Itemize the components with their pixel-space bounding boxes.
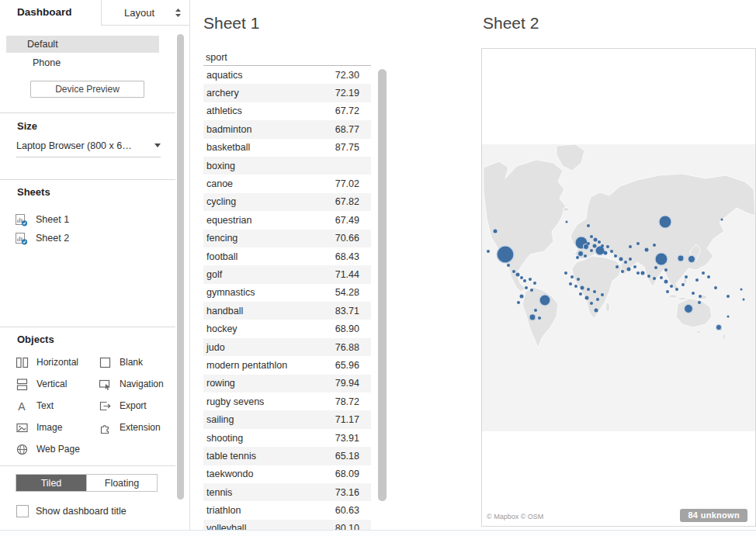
- map-mark[interactable]: [578, 251, 584, 257]
- map-mark[interactable]: [627, 268, 631, 271]
- map-mark[interactable]: [629, 245, 632, 248]
- map-mark[interactable]: [636, 242, 640, 245]
- map-mark[interactable]: [743, 299, 745, 301]
- map-mark[interactable]: [598, 240, 601, 244]
- sidebar-item-sheet2[interactable]: Sheet 2: [16, 230, 69, 246]
- sidebar-scrollbar[interactable]: [177, 28, 184, 524]
- map-mark[interactable]: [538, 316, 541, 320]
- map-mark[interactable]: [507, 264, 510, 267]
- map-mark[interactable]: [685, 305, 693, 313]
- map-mark[interactable]: [595, 246, 605, 255]
- device-mode-phone[interactable]: Phone: [6, 54, 159, 71]
- map-mark[interactable]: [659, 216, 671, 228]
- map-mark[interactable]: [594, 238, 598, 242]
- map-mark[interactable]: [587, 242, 590, 245]
- map-mark[interactable]: [534, 309, 537, 312]
- map-mark[interactable]: [529, 314, 536, 320]
- table-row[interactable]: taekwondo68.09: [203, 465, 371, 483]
- table-row[interactable]: archery72.19: [203, 84, 371, 102]
- table-row[interactable]: handball83.71: [203, 302, 371, 320]
- map-mark[interactable]: [698, 301, 701, 304]
- map-mark[interactable]: [647, 275, 650, 278]
- table-row[interactable]: gymnastics54.28: [203, 284, 371, 302]
- sidebar-item-sheet1[interactable]: Sheet 1: [16, 212, 69, 227]
- map-mark[interactable]: [525, 286, 528, 289]
- device-preview-button[interactable]: Device Preview: [30, 81, 144, 98]
- map-mark[interactable]: [616, 265, 619, 268]
- table-row[interactable]: tennis73.16: [203, 483, 371, 501]
- sidebar-scrollbar-thumb[interactable]: [177, 34, 184, 500]
- table-row[interactable]: sailing71.17: [203, 410, 371, 428]
- object-blank[interactable]: Blank: [99, 355, 143, 369]
- table-row[interactable]: golf71.44: [203, 265, 371, 283]
- world-map[interactable]: [482, 144, 755, 431]
- table-row[interactable]: rowing79.94: [203, 375, 371, 392]
- map-mark[interactable]: [517, 301, 520, 304]
- table-row[interactable]: badminton68.77: [203, 120, 371, 138]
- map-mark[interactable]: [566, 221, 568, 223]
- map-mark[interactable]: [569, 282, 572, 285]
- map-mark[interactable]: [685, 275, 688, 278]
- object-extension[interactable]: Extension: [99, 420, 161, 434]
- map-mark[interactable]: [614, 254, 617, 258]
- collapse-expand-icon[interactable]: [175, 9, 181, 17]
- map-mark[interactable]: [641, 271, 645, 275]
- map-mark[interactable]: [624, 261, 627, 264]
- map-mark[interactable]: [621, 270, 624, 273]
- map-mark[interactable]: [654, 266, 657, 269]
- sheet1-scrollbar[interactable]: [378, 69, 387, 501]
- tiled-button[interactable]: Tiled: [16, 475, 86, 491]
- object-horizontal[interactable]: Horizontal: [16, 355, 78, 369]
- map-mark[interactable]: [576, 256, 579, 259]
- map-mark[interactable]: [727, 295, 730, 298]
- map-mark[interactable]: [699, 295, 702, 298]
- map-mark[interactable]: [539, 295, 550, 306]
- show-dashboard-title-checkbox[interactable]: [16, 505, 29, 517]
- unknown-values-badge[interactable]: 84 unknown: [680, 509, 747, 522]
- map-mark[interactable]: [664, 280, 668, 284]
- table-row[interactable]: fencing70.66: [203, 230, 371, 247]
- map-mark[interactable]: [520, 295, 524, 299]
- map-mark[interactable]: [670, 285, 673, 288]
- map-mark[interactable]: [645, 248, 649, 252]
- map-mark[interactable]: [529, 278, 532, 281]
- map-mark[interactable]: [716, 325, 722, 330]
- table-row[interactable]: triathlon60.63: [203, 501, 371, 519]
- map-mark[interactable]: [590, 249, 593, 252]
- table-row[interactable]: judo76.88: [203, 338, 371, 356]
- map-mark[interactable]: [512, 270, 515, 273]
- table-row[interactable]: equestrian67.49: [203, 211, 371, 229]
- tab-dashboard[interactable]: Dashboard: [17, 6, 72, 18]
- map-mark[interactable]: [727, 316, 730, 318]
- map-mark[interactable]: [497, 246, 514, 263]
- map-mark[interactable]: [681, 283, 685, 286]
- map-mark[interactable]: [714, 286, 717, 289]
- panel-splitter[interactable]: [189, 0, 190, 530]
- table-row[interactable]: hockey68.90: [203, 320, 371, 337]
- object-export[interactable]: Export: [99, 399, 147, 413]
- sheet1-scrollbar-thumb[interactable]: [378, 69, 387, 501]
- table-row[interactable]: basketball87.75: [203, 139, 371, 157]
- map-mark[interactable]: [740, 289, 743, 291]
- map-mark[interactable]: [587, 224, 590, 227]
- table-row[interactable]: shooting73.91: [203, 429, 371, 447]
- map-mark[interactable]: [664, 268, 668, 271]
- table-row[interactable]: football68.43: [203, 247, 371, 265]
- map-mark[interactable]: [577, 278, 580, 281]
- object-image[interactable]: Image: [16, 420, 62, 434]
- table-row[interactable]: cycling67.82: [203, 193, 371, 211]
- map-mark[interactable]: [596, 298, 599, 301]
- map-mark[interactable]: [585, 296, 589, 300]
- map-mark[interactable]: [653, 244, 656, 247]
- table-row[interactable]: canoe77.02: [203, 175, 371, 192]
- floating-button[interactable]: Floating: [86, 475, 157, 491]
- map-mark[interactable]: [593, 290, 596, 293]
- map-mark[interactable]: [593, 244, 597, 248]
- map-mark[interactable]: [533, 282, 536, 285]
- map-mark[interactable]: [688, 256, 695, 263]
- map-mark[interactable]: [523, 279, 526, 282]
- map-mark[interactable]: [695, 278, 699, 282]
- device-mode-default[interactable]: Default: [6, 36, 159, 53]
- object-navigation[interactable]: Navigation: [99, 377, 164, 391]
- map-mark[interactable]: [587, 288, 590, 291]
